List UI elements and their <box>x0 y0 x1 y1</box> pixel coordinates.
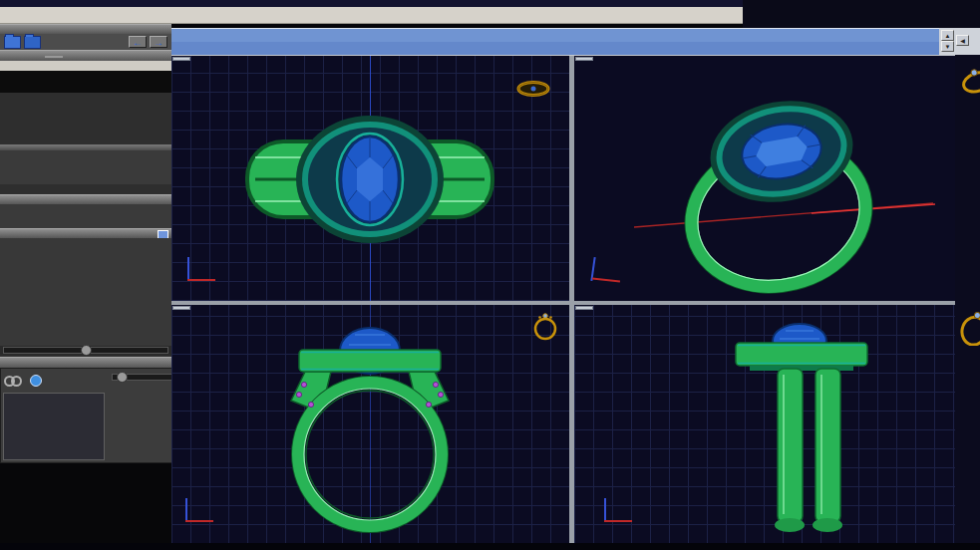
viewport-through-finger[interactable] <box>171 305 569 544</box>
open-file-icon[interactable] <box>4 36 21 49</box>
blue-dot-button[interactable] <box>30 375 42 387</box>
right-toolbar-clipped <box>955 55 980 543</box>
command-area: ▲ ▼ ◀ <box>171 28 980 55</box>
osnap-toolbar <box>0 150 171 167</box>
history-panel: ← → <box>0 34 171 50</box>
sidebar-bottom-fill <box>0 463 171 550</box>
ring-top-view-render <box>171 56 569 301</box>
menu-panel-header <box>0 50 171 61</box>
glasses-icon[interactable] <box>11 376 22 387</box>
objects-visibility-row <box>4 372 104 390</box>
history-panel-header <box>0 24 171 34</box>
ring-view-icon[interactable] <box>515 80 551 98</box>
layers-panel-header <box>0 228 171 238</box>
viewport-area <box>171 55 955 543</box>
ring-front-view-render <box>171 305 569 544</box>
viewport-label-through-finger[interactable] <box>172 306 190 310</box>
folder-icon[interactable] <box>24 36 41 49</box>
command-scroll-up-button[interactable]: ▲ <box>941 30 954 41</box>
objects-list[interactable] <box>3 393 105 460</box>
axis-indicator <box>604 490 638 522</box>
viewport-side-view[interactable] <box>574 305 955 544</box>
viewport-label-perspective[interactable] <box>575 57 593 61</box>
viewport-label-side-view[interactable] <box>575 306 593 310</box>
settings-panel-header <box>0 194 171 204</box>
layers-scroll-track[interactable] <box>3 347 168 354</box>
objects-panel-header <box>0 357 171 368</box>
viewport-perspective[interactable] <box>574 56 955 301</box>
history-forward-button[interactable]: → <box>150 36 167 48</box>
command-history-line <box>171 28 939 42</box>
command-scroll: ▲ ▼ <box>941 30 954 52</box>
toolbar-grid <box>0 93 171 144</box>
viewport-looking-down[interactable] <box>171 56 569 301</box>
layers-scroll-thumb[interactable] <box>81 345 92 356</box>
menu-bar <box>0 7 743 24</box>
axis-indicator <box>185 490 219 522</box>
axis-indicator <box>592 249 626 281</box>
increment-toolbar <box>0 167 171 184</box>
layers-panel <box>0 238 171 346</box>
menu-category-list <box>0 71 171 93</box>
objects-scroll-thumb[interactable] <box>117 372 128 383</box>
command-scroll-down-button[interactable]: ▼ <box>941 41 954 52</box>
command-prompt[interactable] <box>171 42 939 55</box>
ring-tool-icon[interactable] <box>957 63 980 103</box>
file-tab[interactable] <box>45 56 63 58</box>
ring-tool-icon[interactable] <box>957 306 980 346</box>
top-right-fill <box>743 0 980 28</box>
axis-indicator <box>187 249 221 281</box>
ring-view-icon[interactable] <box>531 310 559 342</box>
layers-scrollbar <box>0 346 171 355</box>
bottom-strip <box>0 543 980 550</box>
settings-toolbar <box>0 204 171 228</box>
command-collapse-button[interactable]: ◀ <box>956 35 969 46</box>
ring-perspective-render <box>574 56 955 301</box>
history-back-button[interactable]: ← <box>129 36 147 48</box>
viewport-label-looking-down[interactable] <box>172 57 190 61</box>
menu-tab-strip <box>0 61 171 71</box>
